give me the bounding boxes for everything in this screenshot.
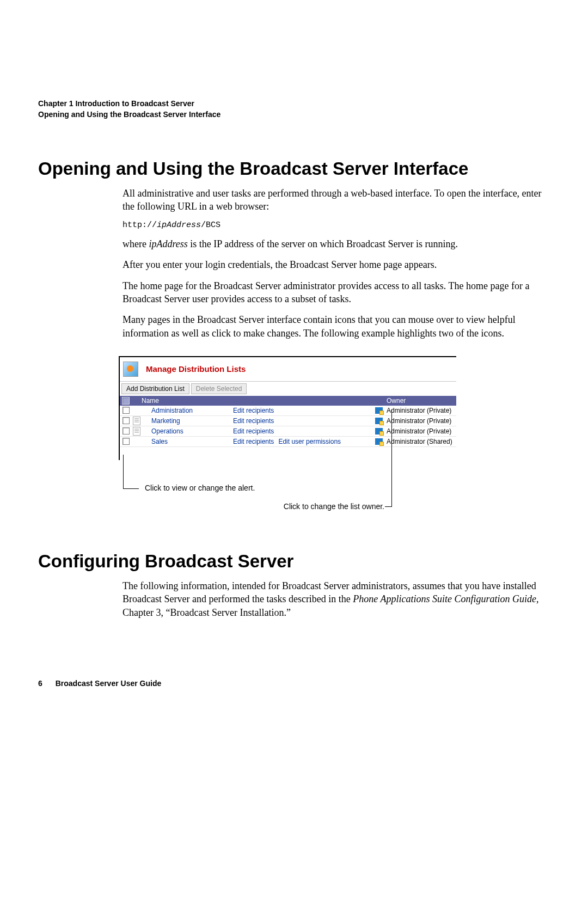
heading-opening: Opening and Using the Broadcast Server I…	[38, 158, 550, 179]
row-name[interactable]: Marketing	[142, 417, 233, 425]
edit-recipients-link[interactable]: Edit recipients	[233, 407, 274, 414]
delete-selected-button[interactable]: Delete Selected	[191, 383, 247, 394]
owner-icon[interactable]	[373, 428, 384, 435]
url-prefix: http://	[122, 221, 157, 230]
edit-recipients-link[interactable]: Edit recipients	[233, 438, 274, 445]
url-suffix: /BCS	[201, 221, 220, 230]
owner-icon[interactable]	[373, 407, 384, 414]
panel-title: Manage Distribution Lists	[146, 364, 246, 374]
row-actions: Edit recipients	[233, 406, 373, 415]
table-header: Name Owner	[120, 396, 456, 406]
row-name[interactable]: Administration	[142, 406, 233, 415]
row-owner: Administrator (Private)	[384, 417, 456, 425]
para-login: After you enter your login credentials, …	[122, 258, 544, 271]
callout-alert-text: Click to view or change the alert.	[145, 484, 456, 492]
para-where: where ipAddress is the IP address of the…	[122, 237, 544, 250]
table-row: OperationsEdit recipientsAdministrator (…	[120, 426, 456, 437]
owner-icon[interactable]	[373, 438, 384, 445]
callout-owner-text: Click to change the list owner.	[119, 502, 456, 511]
row-actions: Edit recipientsEdit user permissions	[233, 437, 373, 446]
row-name[interactable]: Operations	[142, 427, 233, 436]
running-header: Chapter 1 Introduction to Broadcast Serv…	[38, 98, 550, 120]
edit-recipients-link[interactable]: Edit recipients	[233, 427, 274, 435]
section-line: Opening and Using the Broadcast Server I…	[38, 109, 550, 120]
edit-permissions-link[interactable]: Edit user permissions	[278, 438, 341, 445]
para-homepage: The home page for the Broadcast Server a…	[122, 279, 544, 306]
chapter-line: Chapter 1 Introduction to Broadcast Serv…	[38, 98, 550, 109]
row-actions: Edit recipients	[233, 417, 373, 425]
url-example: http://ipAddress/BCS	[122, 221, 544, 230]
para-icons: Many pages in the Broadcast Server inter…	[122, 313, 544, 340]
edit-recipients-link[interactable]: Edit recipients	[233, 417, 274, 425]
row-checkbox[interactable]	[120, 438, 132, 445]
col-header-owner[interactable]: Owner	[384, 396, 456, 406]
para-intro: All administrative and user tasks are pe…	[122, 187, 544, 213]
table-row: MarketingEdit recipientsAdministrator (P…	[120, 416, 456, 426]
row-actions: Edit recipients	[233, 427, 373, 436]
row-name[interactable]: Sales	[142, 437, 233, 446]
row-owner: Administrator (Private)	[384, 427, 456, 436]
row-checkbox[interactable]	[120, 427, 132, 435]
row-owner: Administrator (Shared)	[384, 437, 456, 446]
url-var: ipAddress	[157, 221, 201, 230]
alert-icon[interactable]	[132, 427, 142, 436]
table-row: SalesEdit recipientsEdit user permission…	[120, 437, 456, 447]
page-footer: 6 Broadcast Server User Guide	[38, 679, 550, 688]
page-number: 6	[38, 679, 42, 688]
row-owner: Administrator (Private)	[384, 406, 456, 415]
para-config-intro: The following information, intended for …	[122, 579, 544, 619]
row-checkbox[interactable]	[120, 417, 132, 424]
owner-icon[interactable]	[373, 418, 384, 424]
callout-owner-line	[385, 409, 392, 507]
heading-configuring: Configuring Broadcast Server	[38, 551, 550, 572]
footer-title: Broadcast Server User Guide	[56, 679, 162, 688]
app-icon	[123, 362, 138, 377]
add-distribution-list-button[interactable]: Add Distribution List	[121, 383, 189, 394]
alert-icon[interactable]	[132, 417, 142, 425]
row-checkbox[interactable]	[120, 407, 132, 414]
callout-alert-line	[123, 455, 139, 489]
embedded-screenshot: Manage Distribution Lists Add Distributi…	[119, 356, 456, 524]
select-all-checkbox[interactable]	[120, 396, 132, 406]
col-header-name[interactable]: Name	[132, 396, 384, 406]
table-row: AdministrationEdit recipientsAdministrat…	[120, 406, 456, 416]
